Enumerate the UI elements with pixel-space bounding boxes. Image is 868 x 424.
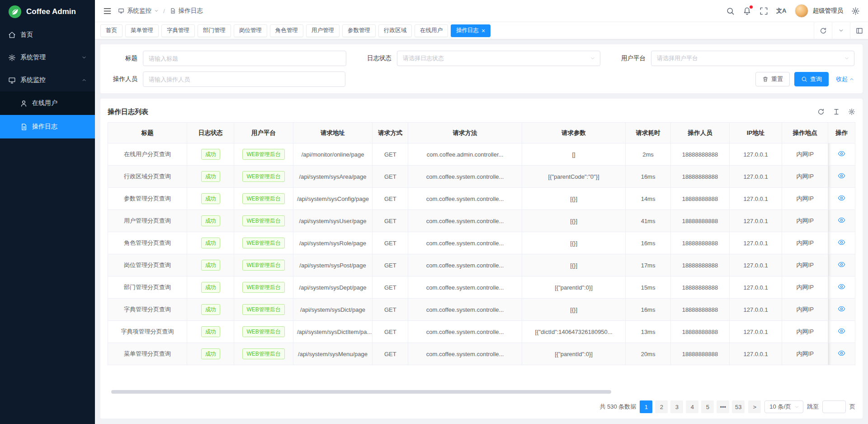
column-header: 请求方式 — [373, 123, 408, 143]
page-button-5[interactable]: 5 — [701, 400, 714, 413]
tab-label: 参数管理 — [348, 27, 370, 34]
cell-action — [828, 254, 855, 276]
top-header: 系统监控 / 操作日志 文A 超级管理员 — [95, 0, 868, 22]
tab-角色管理[interactable]: 角色管理 — [270, 24, 303, 37]
sidebar-item-operation-log[interactable]: 操作日志 — [0, 115, 95, 138]
user-name[interactable]: 超级管理员 — [813, 7, 844, 15]
search-icon — [801, 76, 807, 82]
cell-request-duration: 20ms — [626, 343, 670, 365]
tab-菜单管理[interactable]: 菜单管理 — [125, 24, 159, 37]
cell-user-platform: WEB管理后台 — [234, 143, 293, 166]
cell-operator: 18888888888 — [670, 232, 730, 254]
cell-request-method: GET — [373, 343, 408, 365]
status-badge: 成功 — [201, 260, 220, 271]
column-header: 日志状态 — [187, 123, 234, 143]
breadcrumb-page: 操作日志 — [179, 7, 203, 15]
cell-location: 内网IP — [782, 143, 828, 166]
column-height-icon[interactable] — [833, 108, 840, 115]
query-button[interactable]: 查询 — [794, 72, 829, 86]
table-settings-gear-icon[interactable] — [848, 108, 855, 115]
tab-参数管理[interactable]: 参数管理 — [342, 24, 376, 37]
cell-request-method: GET — [373, 276, 408, 299]
tab-close-icon[interactable]: × — [481, 28, 485, 34]
search-icon[interactable] — [726, 7, 735, 15]
cell-title: 岗位管理分页查询 — [108, 254, 187, 276]
table-row: 在线用户分页查询成功WEB管理后台/api/monitor/online/pag… — [108, 143, 855, 166]
tab-用户管理[interactable]: 用户管理 — [306, 24, 340, 37]
sidebar-item-online-users[interactable]: 在线用户 — [0, 91, 95, 115]
view-detail-eye-icon[interactable] — [838, 349, 845, 357]
pagination-ellipsis[interactable]: ••• — [717, 400, 729, 413]
chevron-down-icon[interactable] — [832, 22, 850, 39]
cell-operator: 18888888888 — [670, 299, 730, 321]
cell-log-status: 成功 — [187, 299, 234, 321]
title-filter-input[interactable] — [143, 51, 346, 66]
cell-request-url: /api/system/sysDict/page — [293, 299, 372, 321]
view-detail-eye-icon[interactable] — [838, 150, 845, 157]
settings-gear-icon[interactable] — [851, 7, 860, 15]
refresh-icon[interactable] — [814, 22, 832, 39]
tab-首页[interactable]: 首页 — [100, 24, 123, 37]
horizontal-scrollbar-thumb[interactable] — [111, 390, 611, 394]
platform-badge: WEB管理后台 — [242, 238, 284, 248]
notification-bell-icon[interactable] — [743, 7, 751, 15]
view-detail-eye-icon[interactable] — [838, 172, 845, 180]
log-table: 标题日志状态用户平台请求地址请求方式请求方法请求参数请求耗时操作人员IP地址操作… — [108, 122, 855, 365]
page-button-1[interactable]: 1 — [640, 400, 652, 413]
view-detail-eye-icon[interactable] — [838, 194, 845, 202]
cell-request-params: [{}] — [522, 232, 626, 254]
reset-button[interactable]: 重置 — [755, 72, 790, 86]
cell-action — [828, 232, 855, 254]
page-button-2[interactable]: 2 — [655, 400, 668, 413]
view-detail-eye-icon[interactable] — [838, 305, 845, 313]
cell-request-duration: 2ms — [626, 143, 670, 166]
log-table-body: 在线用户分页查询成功WEB管理后台/api/monitor/online/pag… — [108, 143, 855, 365]
table-row: 角色管理分页查询成功WEB管理后台/api/system/sysRole/pag… — [108, 232, 855, 254]
sidebar-item-label: 操作日志 — [32, 123, 57, 131]
user-avatar[interactable] — [795, 4, 808, 18]
cell-log-status: 成功 — [187, 321, 234, 343]
operator-filter-input[interactable] — [143, 71, 345, 87]
translate-icon[interactable]: 文A — [776, 7, 786, 15]
page-button-53[interactable]: 53 — [732, 400, 745, 413]
tab-操作日志[interactable]: 操作日志× — [451, 24, 491, 37]
cell-operator: 18888888888 — [670, 343, 730, 365]
user-platform-select[interactable]: 请选择用户平台 — [651, 51, 854, 66]
sidebar-item-system-monitor[interactable]: 系统监控 — [0, 69, 95, 91]
cell-request-method: GET — [373, 210, 408, 232]
status-badge: 成功 — [201, 193, 220, 204]
tab-label: 用户管理 — [311, 27, 334, 34]
sidebar-item-home[interactable]: 首页 — [0, 24, 95, 46]
cell-operator: 18888888888 — [670, 276, 730, 299]
tab-在线用户[interactable]: 在线用户 — [415, 24, 448, 37]
page-size-select[interactable]: 10 条/页 — [764, 400, 803, 413]
layout-icon[interactable] — [850, 22, 868, 39]
view-detail-eye-icon[interactable] — [838, 283, 845, 291]
jump-page-input[interactable] — [822, 400, 846, 413]
cell-request-params: [{}] — [522, 210, 626, 232]
view-detail-eye-icon[interactable] — [838, 261, 845, 268]
cell-request-params: [{}] — [522, 254, 626, 276]
view-detail-eye-icon[interactable] — [838, 327, 845, 335]
tab-行政区域[interactable]: 行政区域 — [378, 24, 412, 37]
chevron-up-icon — [849, 76, 854, 82]
refresh-icon[interactable] — [817, 108, 825, 115]
fullscreen-icon[interactable] — [760, 7, 768, 15]
log-status-select[interactable]: 请选择日志状态 — [397, 51, 600, 66]
horizontal-scrollbar-track[interactable] — [108, 390, 854, 394]
view-detail-eye-icon[interactable] — [838, 238, 845, 246]
page-button-3[interactable]: 3 — [670, 400, 683, 413]
page-button-4[interactable]: 4 — [686, 400, 698, 413]
next-page-button[interactable]: > — [748, 400, 761, 413]
collapse-sidebar-icon[interactable] — [103, 7, 112, 15]
cell-location: 内网IP — [782, 343, 828, 365]
cell-request-url: /api/system/sysRole/page — [293, 232, 372, 254]
tab-字典管理[interactable]: 字典管理 — [161, 24, 195, 37]
collapse-filters-link[interactable]: 收起 — [836, 75, 854, 83]
chevron-down-icon — [844, 56, 849, 61]
tab-部门管理[interactable]: 部门管理 — [198, 24, 231, 37]
view-detail-eye-icon[interactable] — [838, 216, 845, 224]
breadcrumb-section[interactable]: 系统监控 — [127, 7, 151, 15]
sidebar-item-system-management[interactable]: 系统管理 — [0, 46, 95, 69]
tab-岗位管理[interactable]: 岗位管理 — [234, 24, 267, 37]
